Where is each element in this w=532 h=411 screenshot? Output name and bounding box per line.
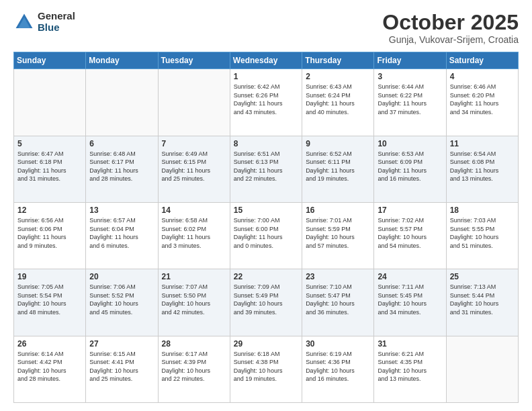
table-row bbox=[86, 69, 158, 136]
table-row: 30Sunrise: 6:19 AM Sunset: 4:36 PM Dayli… bbox=[302, 336, 374, 402]
table-row bbox=[158, 69, 230, 136]
day-number: 19 bbox=[17, 272, 82, 281]
day-info: Sunrise: 7:07 AM Sunset: 5:50 PM Dayligh… bbox=[162, 283, 226, 316]
day-info: Sunrise: 7:09 AM Sunset: 5:49 PM Dayligh… bbox=[234, 283, 298, 316]
day-info: Sunrise: 7:06 AM Sunset: 5:52 PM Dayligh… bbox=[89, 283, 154, 316]
day-number: 2 bbox=[306, 72, 370, 81]
table-row: 13Sunrise: 6:57 AM Sunset: 6:04 PM Dayli… bbox=[86, 202, 158, 269]
table-row: 4Sunrise: 6:46 AM Sunset: 6:20 PM Daylig… bbox=[446, 69, 518, 136]
table-row: 27Sunrise: 6:15 AM Sunset: 4:41 PM Dayli… bbox=[86, 336, 158, 402]
calendar-table: Sunday Monday Tuesday Wednesday Thursday… bbox=[13, 52, 519, 403]
calendar-week-2: 5Sunrise: 6:47 AM Sunset: 6:18 PM Daylig… bbox=[14, 136, 519, 202]
day-info: Sunrise: 6:21 AM Sunset: 4:35 PM Dayligh… bbox=[378, 350, 442, 383]
day-number: 3 bbox=[378, 72, 442, 81]
day-number: 25 bbox=[450, 272, 515, 281]
table-row: 29Sunrise: 6:18 AM Sunset: 4:38 PM Dayli… bbox=[230, 336, 302, 402]
calendar-header-row: Sunday Monday Tuesday Wednesday Thursday… bbox=[14, 52, 519, 69]
day-number: 20 bbox=[89, 272, 154, 281]
day-number: 24 bbox=[378, 272, 442, 281]
title-block: October 2025 Gunja, Vukovar-Srijem, Croa… bbox=[382, 11, 519, 45]
day-info: Sunrise: 6:42 AM Sunset: 6:26 PM Dayligh… bbox=[234, 83, 298, 116]
col-sunday: Sunday bbox=[14, 52, 86, 69]
table-row: 28Sunrise: 6:17 AM Sunset: 4:39 PM Dayli… bbox=[158, 336, 230, 402]
table-row: 18Sunrise: 7:03 AM Sunset: 5:55 PM Dayli… bbox=[446, 202, 518, 269]
day-number: 7 bbox=[162, 139, 226, 148]
col-wednesday: Wednesday bbox=[230, 52, 302, 69]
day-info: Sunrise: 6:47 AM Sunset: 6:18 PM Dayligh… bbox=[17, 150, 82, 183]
table-row: 1Sunrise: 6:42 AM Sunset: 6:26 PM Daylig… bbox=[230, 69, 302, 136]
col-tuesday: Tuesday bbox=[158, 52, 230, 69]
day-number: 17 bbox=[378, 205, 442, 215]
day-number: 10 bbox=[378, 139, 442, 148]
day-number: 23 bbox=[306, 272, 370, 281]
table-row: 3Sunrise: 6:44 AM Sunset: 6:22 PM Daylig… bbox=[374, 69, 446, 136]
table-row: 20Sunrise: 7:06 AM Sunset: 5:52 PM Dayli… bbox=[86, 269, 158, 336]
day-info: Sunrise: 7:05 AM Sunset: 5:54 PM Dayligh… bbox=[17, 283, 82, 316]
calendar-week-4: 19Sunrise: 7:05 AM Sunset: 5:54 PM Dayli… bbox=[14, 269, 519, 336]
table-row: 2Sunrise: 6:43 AM Sunset: 6:24 PM Daylig… bbox=[302, 69, 374, 136]
day-number: 15 bbox=[234, 205, 298, 215]
day-number: 9 bbox=[306, 139, 370, 148]
day-number: 29 bbox=[234, 339, 298, 349]
day-number: 31 bbox=[378, 339, 442, 349]
table-row: 31Sunrise: 6:21 AM Sunset: 4:35 PM Dayli… bbox=[374, 336, 446, 402]
day-number: 27 bbox=[89, 339, 154, 349]
logo-text: General Blue bbox=[38, 11, 75, 33]
day-info: Sunrise: 7:10 AM Sunset: 5:47 PM Dayligh… bbox=[306, 283, 370, 316]
day-info: Sunrise: 6:43 AM Sunset: 6:24 PM Dayligh… bbox=[306, 83, 370, 116]
calendar-week-3: 12Sunrise: 6:56 AM Sunset: 6:06 PM Dayli… bbox=[14, 202, 519, 269]
day-number: 5 bbox=[17, 139, 82, 148]
day-info: Sunrise: 6:17 AM Sunset: 4:39 PM Dayligh… bbox=[162, 350, 226, 383]
table-row: 6Sunrise: 6:48 AM Sunset: 6:17 PM Daylig… bbox=[86, 136, 158, 202]
table-row: 11Sunrise: 6:54 AM Sunset: 6:08 PM Dayli… bbox=[446, 136, 518, 202]
table-row: 12Sunrise: 6:56 AM Sunset: 6:06 PM Dayli… bbox=[14, 202, 86, 269]
table-row: 19Sunrise: 7:05 AM Sunset: 5:54 PM Dayli… bbox=[14, 269, 86, 336]
day-info: Sunrise: 6:53 AM Sunset: 6:09 PM Dayligh… bbox=[378, 150, 442, 183]
day-number: 14 bbox=[162, 205, 226, 215]
day-number: 13 bbox=[89, 205, 154, 215]
day-number: 11 bbox=[450, 139, 515, 148]
day-info: Sunrise: 7:02 AM Sunset: 5:57 PM Dayligh… bbox=[378, 216, 442, 250]
day-info: Sunrise: 6:44 AM Sunset: 6:22 PM Dayligh… bbox=[378, 83, 442, 116]
table-row: 9Sunrise: 6:52 AM Sunset: 6:11 PM Daylig… bbox=[302, 136, 374, 202]
day-info: Sunrise: 6:56 AM Sunset: 6:06 PM Dayligh… bbox=[17, 216, 82, 250]
logo-icon bbox=[13, 11, 35, 33]
day-number: 28 bbox=[162, 339, 226, 349]
day-info: Sunrise: 6:48 AM Sunset: 6:17 PM Dayligh… bbox=[89, 150, 154, 183]
day-number: 21 bbox=[162, 272, 226, 281]
table-row: 21Sunrise: 7:07 AM Sunset: 5:50 PM Dayli… bbox=[158, 269, 230, 336]
col-friday: Friday bbox=[374, 52, 446, 69]
col-monday: Monday bbox=[86, 52, 158, 69]
day-number: 1 bbox=[234, 72, 298, 81]
table-row bbox=[446, 336, 518, 402]
table-row: 17Sunrise: 7:02 AM Sunset: 5:57 PM Dayli… bbox=[374, 202, 446, 269]
table-row: 22Sunrise: 7:09 AM Sunset: 5:49 PM Dayli… bbox=[230, 269, 302, 336]
day-info: Sunrise: 7:13 AM Sunset: 5:44 PM Dayligh… bbox=[450, 283, 515, 316]
day-number: 22 bbox=[234, 272, 298, 281]
day-info: Sunrise: 6:15 AM Sunset: 4:41 PM Dayligh… bbox=[89, 350, 154, 383]
table-row: 25Sunrise: 7:13 AM Sunset: 5:44 PM Dayli… bbox=[446, 269, 518, 336]
table-row: 16Sunrise: 7:01 AM Sunset: 5:59 PM Dayli… bbox=[302, 202, 374, 269]
month-title: October 2025 bbox=[382, 11, 519, 34]
table-row: 7Sunrise: 6:49 AM Sunset: 6:15 PM Daylig… bbox=[158, 136, 230, 202]
day-number: 12 bbox=[17, 205, 82, 215]
day-number: 16 bbox=[306, 205, 370, 215]
logo-blue-text: Blue bbox=[38, 22, 75, 34]
header: General Blue October 2025 Gunja, Vukovar… bbox=[13, 11, 519, 45]
day-number: 4 bbox=[450, 72, 515, 81]
logo: General Blue bbox=[13, 11, 75, 33]
table-row bbox=[14, 69, 86, 136]
table-row: 23Sunrise: 7:10 AM Sunset: 5:47 PM Dayli… bbox=[302, 269, 374, 336]
calendar-week-5: 26Sunrise: 6:14 AM Sunset: 4:42 PM Dayli… bbox=[14, 336, 519, 402]
table-row: 5Sunrise: 6:47 AM Sunset: 6:18 PM Daylig… bbox=[14, 136, 86, 202]
location-subtitle: Gunja, Vukovar-Srijem, Croatia bbox=[382, 34, 519, 45]
day-number: 6 bbox=[89, 139, 154, 148]
table-row: 26Sunrise: 6:14 AM Sunset: 4:42 PM Dayli… bbox=[14, 336, 86, 402]
day-info: Sunrise: 6:19 AM Sunset: 4:36 PM Dayligh… bbox=[306, 350, 370, 383]
table-row: 24Sunrise: 7:11 AM Sunset: 5:45 PM Dayli… bbox=[374, 269, 446, 336]
day-info: Sunrise: 6:52 AM Sunset: 6:11 PM Dayligh… bbox=[306, 150, 370, 183]
table-row: 8Sunrise: 6:51 AM Sunset: 6:13 PM Daylig… bbox=[230, 136, 302, 202]
logo-general-text: General bbox=[38, 11, 75, 22]
day-number: 18 bbox=[450, 205, 515, 215]
day-info: Sunrise: 6:57 AM Sunset: 6:04 PM Dayligh… bbox=[89, 216, 154, 250]
